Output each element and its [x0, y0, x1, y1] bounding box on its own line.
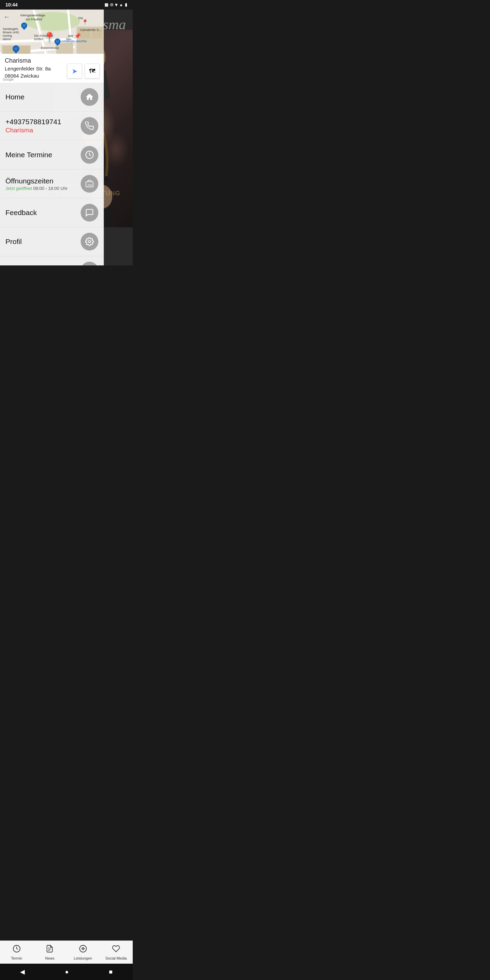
menu-icon-termine[interactable] [81, 146, 98, 164]
jetzt-geoffnet: Jetzt geöffnet [5, 186, 32, 191]
map-address-line1: Lengenfelder Str. 8a [5, 66, 51, 72]
map-label-stems: stems [3, 37, 11, 41]
menu-icon-feedback[interactable] [81, 204, 98, 221]
map-label-nuning: nuning [3, 34, 12, 37]
overlay-panel: ← Kleingartenanlage Am Friedhof nuning s… [0, 10, 104, 266]
map-directions-btn[interactable]: ➤ [67, 64, 82, 79]
menu-item-home[interactable]: Home [0, 83, 104, 111]
menu-item-home-label: Home [5, 93, 81, 101]
status-bar: 10:44 ▦ ⊙ ▾ ▲ ▮ [0, 0, 133, 10]
svg-text:OPEN: OPEN [88, 185, 92, 186]
menu-item-offnungszeiten-content: Öffnungszeiten Jetzt geöffnet 08:00 - 18… [5, 177, 81, 191]
svg-point-19 [89, 240, 91, 243]
map-business-name: Charisma [5, 57, 99, 64]
rec-icon: ⊙ [110, 2, 113, 7]
map-section[interactable]: ← Kleingartenanlage Am Friedhof nuning s… [0, 10, 104, 83]
opening-hours: 08:00 - 18:00 Uhr [33, 186, 67, 191]
map-back-arrow[interactable]: ← [3, 13, 10, 21]
map-label-gmbh: GmbH [34, 37, 43, 41]
map-label-friedhof: Am Friedhof [25, 18, 42, 21]
battery-icon: ▮ [125, 2, 127, 7]
menu-item-feedback-content: Feedback [5, 208, 81, 217]
menu-icon-home[interactable] [81, 88, 98, 106]
gear-icon [85, 237, 94, 246]
svg-rect-10 [18, 46, 30, 54]
map-pin-nuning: 🛒 [21, 22, 27, 29]
menu-items: Home +4937578819741 Charisma M [0, 83, 104, 266]
map-label-ppe: ppe [68, 34, 73, 37]
menu-item-phone-number: +4937578819741 [5, 118, 81, 126]
open-sign-icon: OPEN [85, 179, 94, 189]
menu-item-termine-content: Meine Termine [5, 151, 81, 159]
google-logo: Google [3, 78, 14, 81]
menu-icon-profil[interactable] [81, 233, 98, 250]
menu-item-profil-label: Profil [5, 237, 81, 246]
menu-item-phone-sub: Charisma [5, 127, 81, 134]
menu-item-impressum[interactable]: Impressum [0, 256, 104, 266]
map-green-marker: 📍 [82, 19, 89, 25]
menu-icon-phone[interactable] [81, 117, 98, 135]
menu-item-profil[interactable]: Profil [0, 227, 104, 256]
wifi-icon: ▾ [115, 2, 118, 8]
map-label-kleingarten: Kleingartenanlage [21, 14, 45, 17]
menu-item-termine-label: Meine Termine [5, 151, 81, 159]
menu-icon-impressum[interactable] [81, 262, 98, 266]
status-icons: ▦ ⊙ ▾ ▲ ▮ [105, 2, 127, 8]
menu-item-feedback-label: Feedback [5, 208, 81, 217]
menu-item-termine[interactable]: Meine Termine [0, 140, 104, 169]
sim-icon: ▦ [105, 2, 108, 7]
map-label-edisonstrasse: Edisonstraße [41, 46, 59, 50]
menu-item-offnungszeiten-sub: Jetzt geöffnet 08:00 - 18:00 Uhr [5, 186, 81, 191]
status-time: 10:44 [5, 2, 18, 8]
home-icon [85, 92, 94, 102]
menu-icon-open[interactable]: OPEN [81, 175, 98, 192]
menu-item-phone-content: +4937578819741 Charisma [5, 118, 81, 134]
map-open-btn[interactable]: 🗺 [85, 64, 100, 79]
map-label-ttmann: ttmann oHG [3, 30, 19, 34]
map-red-pin: 📍 [43, 32, 56, 43]
menu-item-phone[interactable]: +4937578819741 Charisma [0, 111, 104, 140]
chat-icon [85, 208, 94, 217]
menu-item-offnungszeiten-label: Öffnungszeiten [5, 177, 81, 185]
phone-icon [85, 121, 94, 130]
map-action-buttons: ➤ 🗺 [67, 64, 100, 79]
signal-icon: ▲ [119, 2, 123, 7]
map-label-santangelo: Santangelo [3, 27, 18, 30]
map-label-cainsdorf: Cainsdorfer S... [80, 28, 102, 32]
menu-item-feedback[interactable]: Feedback [0, 198, 104, 227]
clock-icon [85, 150, 94, 159]
map-shopping-marker: 🛒 [13, 45, 19, 52]
map-label-anhaenger: 🛒 Anhänger-Jaschke [54, 38, 87, 45]
menu-item-profil-content: Profil [5, 237, 81, 246]
map-info: Charisma Lengenfelder Str. 8a 08064 Zwic… [0, 54, 104, 83]
menu-item-offnungszeiten[interactable]: Öffnungszeiten Jetzt geöffnet 08:00 - 18… [0, 169, 104, 198]
menu-item-home-content: Home [5, 93, 81, 101]
